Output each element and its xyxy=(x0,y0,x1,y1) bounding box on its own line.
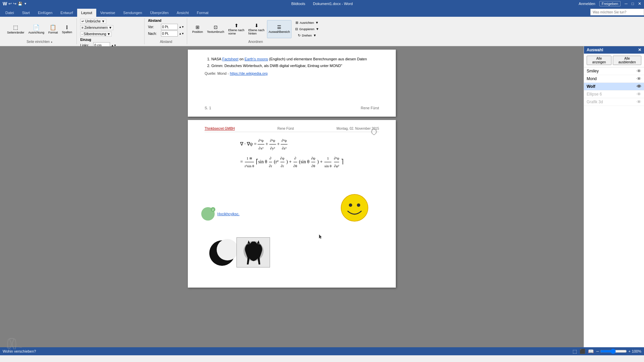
freigeben-btn[interactable]: Freigeben xyxy=(599,1,621,6)
selection-panel-title: Auswahl xyxy=(587,48,603,52)
close-btn[interactable]: ✕ xyxy=(638,1,641,6)
author-name: Rene Fürst xyxy=(361,106,379,110)
eye-icon-wolf[interactable]: 👁 xyxy=(637,84,641,89)
drehen-btn[interactable]: ↻ Drehen ▼ xyxy=(293,33,321,38)
eye-icon-mond[interactable]: 👁 xyxy=(637,76,641,81)
tab-ueberprufen[interactable]: Überprüfen xyxy=(146,9,173,17)
seitenraender-btn[interactable]: ⬚ Seitenränder xyxy=(5,20,26,38)
abstand-label: Abstand xyxy=(148,19,161,22)
gruppieren-btn[interactable]: ⊟ Gruppieren ▼ xyxy=(293,26,321,32)
source-link[interactable]: https://de.wikipedia.org xyxy=(230,71,268,75)
earths-moons-link[interactable]: Earth's moons xyxy=(245,57,268,61)
seite-einrichten-group: ⬚ Seitenränder 📄 Ausrichtung 📋 Format ⫿ … xyxy=(3,18,77,44)
equation-area: ∇ · ∇ψ = ∂²ψ ∂x² + ∂²ψ ∂y² + xyxy=(205,137,379,170)
nach-input[interactable] xyxy=(161,31,178,37)
moon-svg xyxy=(208,239,236,267)
tab-einfuegen[interactable]: Einfügen xyxy=(34,9,56,17)
vor-spinner[interactable]: ▲▼ xyxy=(179,25,184,28)
eye-icon-grafik[interactable]: 👁 xyxy=(637,99,641,105)
ausrichtung-icon: 📄 xyxy=(33,24,40,31)
seitenraender-icon: ⬚ xyxy=(13,24,18,31)
ausrichtung-btn[interactable]: 📄 Ausrichtung xyxy=(27,20,46,38)
selection-item-ellipse[interactable]: Ellipse 6 👁 xyxy=(584,90,644,98)
selection-panel-header: Auswahl ✕ xyxy=(584,46,644,54)
selection-item-smiley[interactable]: Smiley 👁 xyxy=(584,67,644,75)
format-label: Format xyxy=(48,31,58,34)
comment-num: 2 xyxy=(211,207,215,212)
zoom-slider[interactable] xyxy=(600,349,627,354)
tab-format[interactable]: Format xyxy=(193,9,213,17)
auswahlbereich-btn[interactable]: ☰ Auswahlbereich xyxy=(267,20,292,38)
zoom-level: 100% xyxy=(632,349,641,353)
comment-area: 2 Hxcikhcyiksc. xyxy=(201,207,239,221)
textumbruch-btn[interactable]: ⊡ Textumbruch xyxy=(205,20,226,38)
ebene-hinten-btn[interactable]: ⬇ Ebene nachhinten xyxy=(247,20,266,38)
restore-btn[interactable]: □ xyxy=(632,1,634,6)
smiley-image[interactable] xyxy=(340,194,369,223)
position-icon: ⊞ xyxy=(196,24,200,30)
anordnen-group: ⊞ Position ⊡ Textumbruch ⬆ Ebene nachvor… xyxy=(188,18,323,44)
redo-btn[interactable]: ↪ xyxy=(13,1,16,6)
eye-icon-smiley[interactable]: 👁 xyxy=(637,68,641,74)
page-footer: S. 1 Rene Fürst xyxy=(205,106,379,110)
page-1: NASA Factsheet on Earth's moons (Englisc… xyxy=(188,50,396,117)
spalten-btn[interactable]: ⫿ Spalten xyxy=(60,20,74,38)
ebene-vorne-btn[interactable]: ⬆ Ebene nachvorne xyxy=(227,20,246,38)
zoom-in-btn[interactable]: + xyxy=(628,349,630,353)
selection-panel-close-btn[interactable]: ✕ xyxy=(638,48,641,52)
web-layout-btn[interactable]: ⬛ xyxy=(580,349,585,354)
seitenraender-label: Seitenränder xyxy=(7,31,24,34)
selection-item-grafik[interactable]: Grafik 3d 👁 xyxy=(584,98,644,106)
bildtools-indicator: Bildtools xyxy=(291,2,305,6)
zeilennummern-btn[interactable]: ≡ Zeilennummern ▼ xyxy=(80,25,113,30)
tab-verweise[interactable]: Verweise xyxy=(96,9,119,17)
tab-start[interactable]: Start xyxy=(18,9,34,17)
search-input[interactable] xyxy=(590,9,644,15)
minimize-btn[interactable]: ─ xyxy=(625,1,628,6)
nach-spinner[interactable]: ▲▼ xyxy=(179,32,184,35)
anmelden-btn[interactable]: Anmelden xyxy=(579,2,595,6)
quick-access-dropdown[interactable]: ▼ xyxy=(24,2,27,5)
comment-link[interactable]: Hxcikhcyiksc. xyxy=(217,212,239,216)
svg-point-1 xyxy=(341,194,368,221)
header-logo xyxy=(369,127,379,137)
factsheet-link[interactable]: Factsheet xyxy=(222,57,238,61)
undo-btn[interactable]: ↩ xyxy=(8,1,12,6)
ribbon-tabs: Datei Start Einfügen Entwurf Layout Verw… xyxy=(0,7,644,17)
silbentrennung-btn[interactable]: - Silbentrennung ▼ xyxy=(80,32,112,37)
ausrichtung-label: Ausrichtung xyxy=(29,31,45,34)
abstand-group: Abstand Vor: ▲▼ Nach: ▲▼ Abstand xyxy=(145,18,187,44)
drehen-icon: ↻ xyxy=(298,34,301,37)
wolf-image[interactable] xyxy=(236,237,270,267)
print-layout-btn[interactable]: ⬚ xyxy=(573,349,577,354)
tab-layout[interactable]: Layout xyxy=(77,9,96,17)
ebene-vorne-icon: ⬆ xyxy=(234,23,238,28)
selection-item-wolf[interactable]: Wolf 👁 xyxy=(584,83,644,90)
position-btn[interactable]: ⊞ Position xyxy=(191,20,205,38)
smiley-svg xyxy=(340,194,369,222)
ausrichten-btn[interactable]: ⊞ Ausrichten ▼ xyxy=(293,20,321,25)
format-btn[interactable]: 📋 Format xyxy=(47,20,60,38)
show-all-btn[interactable]: Alle anzeigen xyxy=(587,56,611,65)
umbrueche-btn[interactable]: ↵ Umbrüche ▼ xyxy=(80,19,106,24)
anordnen-group-label: Anordnen xyxy=(191,39,321,44)
ribbon-content: ⬚ Seitenränder 📄 Ausrichtung 📋 Format ⫿ … xyxy=(0,17,644,46)
moon-image[interactable] xyxy=(208,239,236,267)
tab-datei[interactable]: Datei xyxy=(1,9,18,17)
selection-item-mond[interactable]: Mond 👁 xyxy=(584,75,644,83)
nach-label: Nach: xyxy=(148,32,160,36)
svg-point-0 xyxy=(371,129,377,134)
vor-input[interactable] xyxy=(161,24,178,30)
tab-ansicht[interactable]: Ansicht xyxy=(173,9,193,17)
absatz-group: ↵ Umbrüche ▼ ≡ Zeilennummern ▼ - Silbent… xyxy=(77,18,145,44)
tab-sendungen[interactable]: Sendungen xyxy=(119,9,146,17)
read-mode-btn[interactable]: 📖 xyxy=(588,349,594,354)
seite-einrichten-expand[interactable]: ⬧ xyxy=(51,40,53,44)
eye-icon-ellipse[interactable]: 👁 xyxy=(637,92,641,97)
list-item-2: Grimm: Deutsches Wörterbuch, als DWB dig… xyxy=(211,63,379,69)
save-btn[interactable]: 💾 xyxy=(18,2,22,6)
tab-entwurf[interactable]: Entwurf xyxy=(56,9,77,17)
hide-all-btn[interactable]: Alle ausblenden xyxy=(613,56,641,65)
document-area[interactable]: NASA Factsheet on Earth's moons (Englisc… xyxy=(0,46,584,347)
zoom-out-btn[interactable]: ─ xyxy=(596,349,599,353)
